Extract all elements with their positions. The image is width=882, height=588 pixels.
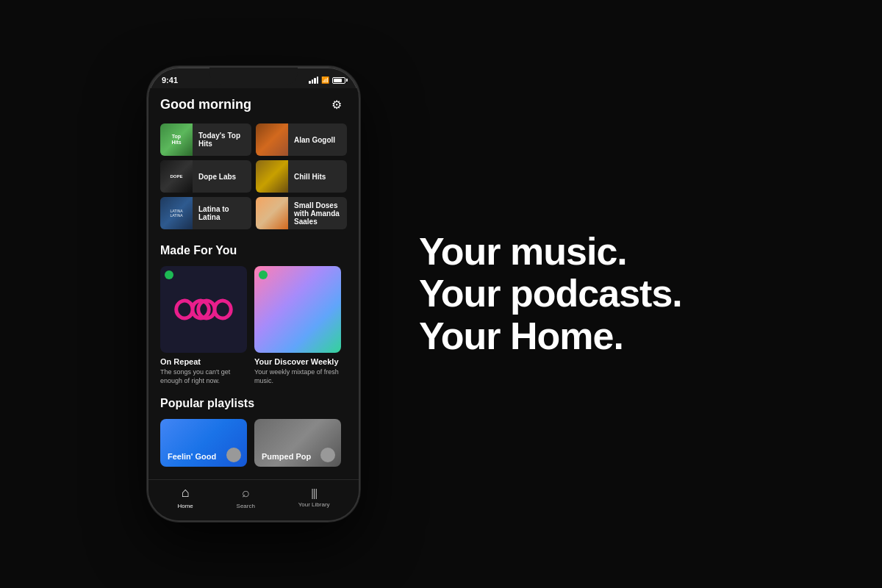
- wifi-icon: 📶: [321, 76, 329, 84]
- nav-library-label: Your Library: [298, 501, 330, 508]
- quick-label-dope: Dope Labs: [193, 173, 251, 181]
- app-scroll[interactable]: Good morning ⚙ TopHits Today's Top Hits: [148, 88, 359, 479]
- home-icon: ⌂: [182, 485, 190, 501]
- library-icon: |||: [311, 487, 317, 499]
- quick-label-small-doses: Small Doses with Amanda Saales: [288, 201, 347, 226]
- popular-playlists-section: Popular playlists Feelin' Good Pumped Po…: [160, 397, 347, 467]
- alan-thumb: [256, 123, 288, 156]
- made-for-you-cards: On Repeat The songs you can't get enough…: [160, 266, 347, 385]
- quick-label-latina: Latina to Latina: [193, 205, 251, 221]
- tagline-line2: Your podcasts.: [419, 273, 823, 315]
- tagline-section: Your music. Your podcasts. Your Home.: [360, 231, 823, 357]
- pumped-pop-label: Pumped Pop: [262, 452, 311, 461]
- feelin-good-label: Feelin' Good: [168, 452, 216, 461]
- bottom-nav: ⌂ Home ⌕ Search ||| Your Library: [148, 479, 359, 520]
- discover-title: Your Discover Weekly: [254, 357, 341, 366]
- spotify-logo-on-repeat: [165, 270, 173, 279]
- feelin-good-card[interactable]: Feelin' Good: [160, 419, 247, 467]
- greeting-text: Good morning: [160, 97, 251, 112]
- quick-item-dope[interactable]: DOPE Dope Labs: [160, 160, 251, 193]
- scene: 9:41 📶: [0, 0, 882, 588]
- phone-mockup: 9:41 📶: [147, 66, 360, 522]
- pumped-pop-avatar: [320, 448, 335, 462]
- nav-home[interactable]: ⌂ Home: [177, 485, 193, 509]
- made-for-you-title: Made For You: [160, 244, 347, 257]
- tagline: Your music. Your podcasts. Your Home.: [419, 231, 823, 357]
- quick-label-chill: Chill Hits: [288, 173, 347, 181]
- quick-label-alan: Alan Gogoll: [288, 136, 347, 144]
- on-repeat-title: On Repeat: [160, 357, 247, 366]
- on-repeat-art: [160, 266, 247, 353]
- discover-art: [254, 266, 341, 353]
- discover-weekly-card[interactable]: Your Discover Weekly Your weekly mixtape…: [254, 266, 341, 385]
- small-doses-thumb: [256, 197, 288, 229]
- discover-desc: Your weekly mixtape of fresh music.: [254, 368, 341, 385]
- status-icons: 📶: [309, 76, 345, 84]
- latina-thumb: LATINALATINA: [160, 197, 193, 229]
- infinity-icon: [174, 291, 233, 328]
- tagline-line1: Your music.: [419, 231, 823, 273]
- made-for-you-section: Made For You: [160, 244, 347, 385]
- pumped-pop-card[interactable]: Pumped Pop: [254, 419, 341, 467]
- dope-thumb: DOPE: [160, 160, 193, 193]
- nav-library[interactable]: ||| Your Library: [298, 487, 330, 508]
- top-hits-thumb: TopHits: [160, 123, 193, 156]
- phone-notch: [209, 68, 298, 85]
- phone-shell: 9:41 📶: [147, 66, 360, 522]
- settings-button[interactable]: ⚙: [326, 94, 347, 115]
- signal-icon: [309, 76, 318, 84]
- on-repeat-card[interactable]: On Repeat The songs you can't get enough…: [160, 266, 247, 385]
- quick-item-chill[interactable]: Chill Hits: [256, 160, 347, 193]
- discover-art-inner: [254, 266, 341, 353]
- nav-home-label: Home: [177, 503, 193, 509]
- quick-picks-grid: TopHits Today's Top Hits Alan Gogoll: [160, 123, 347, 229]
- popular-playlists-title: Popular playlists: [160, 397, 347, 410]
- playlist-row: Feelin' Good Pumped Pop: [160, 419, 347, 467]
- quick-label-top-hits: Today's Top Hits: [193, 132, 251, 148]
- tagline-line3: Your Home.: [419, 315, 823, 357]
- quick-item-alan[interactable]: Alan Gogoll: [256, 123, 347, 156]
- quick-item-top-hits[interactable]: TopHits Today's Top Hits: [160, 123, 251, 156]
- feelin-good-avatar: [226, 448, 241, 462]
- search-icon: ⌕: [242, 485, 250, 501]
- status-time: 9:41: [162, 76, 178, 85]
- quick-item-small-doses[interactable]: Small Doses with Amanda Saales: [256, 197, 347, 229]
- quick-item-latina[interactable]: LATINALATINA Latina to Latina: [160, 197, 251, 229]
- nav-search-label: Search: [237, 503, 255, 509]
- battery-icon: [332, 77, 345, 84]
- chill-thumb: [256, 160, 288, 193]
- app-content: Good morning ⚙ TopHits Today's Top Hits: [148, 88, 359, 520]
- nav-search[interactable]: ⌕ Search: [237, 485, 255, 509]
- app-header: Good morning ⚙: [160, 94, 347, 115]
- on-repeat-desc: The songs you can't get enough of right …: [160, 368, 247, 385]
- spotify-logo-discover: [259, 270, 268, 279]
